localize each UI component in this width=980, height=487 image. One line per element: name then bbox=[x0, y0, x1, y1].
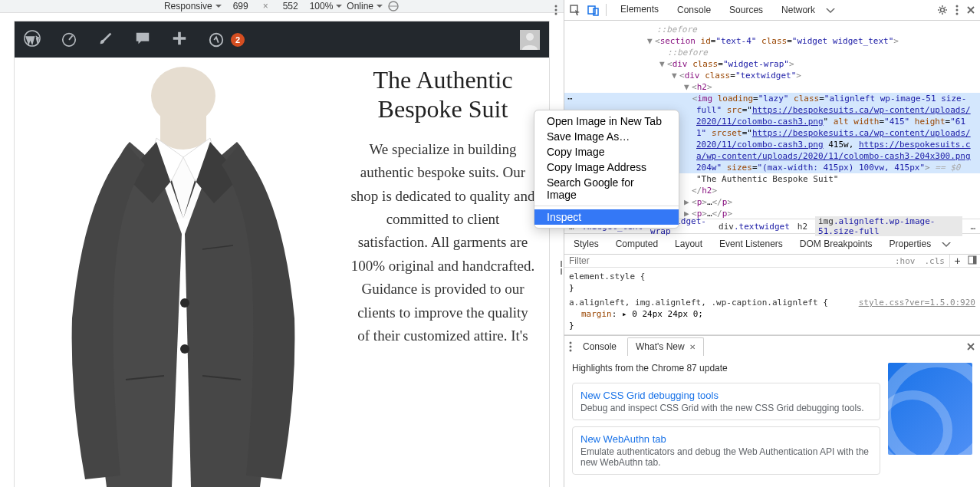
notification-badge[interactable]: 2 bbox=[231, 33, 245, 47]
zoom-label: 100% bbox=[310, 1, 334, 12]
network-select[interactable]: Online bbox=[347, 1, 383, 12]
context-menu-item[interactable]: Open Image in New Tab bbox=[534, 114, 679, 129]
context-menu: Open Image in New Tab Save Image As… Cop… bbox=[534, 110, 679, 229]
breadcrumb-item[interactable]: h2 bbox=[797, 222, 807, 232]
more-options-button[interactable] bbox=[554, 5, 557, 15]
device-mode-label: Responsive bbox=[164, 1, 212, 12]
subtab-properties[interactable]: Properties bbox=[883, 234, 938, 255]
dom-text-node: "The Authentic Bespoke Suit" bbox=[696, 174, 838, 184]
device-toggle-icon[interactable] bbox=[587, 4, 600, 16]
viewport-height-input[interactable] bbox=[276, 1, 305, 12]
whats-new-card[interactable]: New WebAuthn tab Emulate authenticators … bbox=[572, 426, 880, 475]
context-menu-item[interactable]: Search Google for Image bbox=[534, 175, 679, 202]
styles-pane[interactable]: element.style { } style.css?ver=1.5.0:92… bbox=[564, 268, 980, 335]
kebab-icon bbox=[554, 5, 557, 15]
svg-point-5 bbox=[63, 34, 76, 47]
zoom-select[interactable]: 100% bbox=[310, 1, 343, 12]
svg-point-8 bbox=[526, 33, 534, 41]
product-image[interactable] bbox=[22, 65, 344, 487]
network-label: Online bbox=[347, 1, 373, 12]
subtab-layout[interactable]: Layout bbox=[669, 234, 709, 255]
tab-network[interactable]: Network bbox=[774, 0, 823, 21]
dashboard-icon[interactable] bbox=[61, 30, 77, 49]
card-desc: Debug and inspect CSS Grid with the new … bbox=[580, 403, 872, 413]
svg-rect-20 bbox=[973, 256, 976, 264]
close-icon[interactable] bbox=[966, 5, 975, 15]
subtab-computed[interactable]: Computed bbox=[610, 234, 664, 255]
drawer-headline: Highlights from the Chrome 87 update bbox=[572, 363, 880, 373]
svg-point-23 bbox=[570, 349, 572, 351]
card-desc: Emulate authenticators and debug the Web… bbox=[580, 446, 872, 468]
panel-toggle-icon[interactable] bbox=[965, 255, 980, 267]
svg-point-11 bbox=[180, 344, 189, 354]
cls-toggle[interactable]: .cls bbox=[920, 256, 950, 266]
svg-point-16 bbox=[956, 5, 959, 8]
page-paragraph: We specialize in building authentic besp… bbox=[350, 138, 535, 348]
close-icon[interactable]: ✕ bbox=[689, 343, 696, 351]
card-title: New WebAuthn tab bbox=[580, 433, 872, 445]
drawer: Console What's New✕ Highlights from the … bbox=[564, 335, 980, 487]
breadcrumb-item[interactable]: div.textwidget bbox=[719, 222, 790, 232]
kebab-icon[interactable] bbox=[955, 5, 959, 15]
chevron-down-icon bbox=[336, 3, 342, 9]
viewport-width-input[interactable] bbox=[226, 1, 255, 12]
breadcrumb-more[interactable]: … bbox=[970, 222, 975, 232]
context-menu-item[interactable]: Copy Image bbox=[534, 144, 679, 160]
context-menu-item[interactable]: Save Image As… bbox=[534, 129, 679, 144]
svg-point-1 bbox=[555, 5, 557, 8]
subtab-event-listeners[interactable]: Event Listeners bbox=[713, 234, 789, 255]
dom-pseudo: ::before bbox=[656, 25, 697, 35]
drawer-illustration bbox=[888, 363, 972, 455]
svg-point-15 bbox=[941, 8, 945, 12]
devtools-panel: Elements Console Sources Network ::befor… bbox=[564, 0, 980, 487]
tab-console[interactable]: Console bbox=[669, 0, 719, 21]
settings-icon[interactable] bbox=[937, 5, 948, 15]
svg-point-17 bbox=[956, 9, 959, 12]
svg-point-22 bbox=[570, 345, 572, 347]
context-menu-item[interactable]: Copy Image Address bbox=[534, 160, 679, 175]
dom-pseudo: ::before bbox=[667, 48, 708, 58]
svg-point-10 bbox=[180, 298, 189, 308]
chevron-down-icon bbox=[215, 3, 222, 9]
subtab-styles[interactable]: Styles bbox=[567, 234, 605, 255]
device-frame: 2 bbox=[14, 21, 550, 487]
more-tabs-icon[interactable] bbox=[826, 5, 835, 15]
rotate-icon[interactable] bbox=[387, 0, 400, 12]
inspect-element-icon[interactable] bbox=[569, 4, 581, 16]
drawer-tab-whats-new[interactable]: What's New✕ bbox=[627, 337, 704, 356]
user-avatar[interactable] bbox=[520, 30, 540, 50]
svg-point-3 bbox=[555, 13, 557, 15]
tab-sources[interactable]: Sources bbox=[722, 0, 771, 21]
chevron-down-icon bbox=[377, 3, 383, 9]
wordpress-icon[interactable] bbox=[24, 30, 41, 49]
customize-icon[interactable] bbox=[97, 30, 114, 49]
dimension-separator: × bbox=[263, 1, 268, 12]
comments-icon[interactable] bbox=[134, 30, 151, 49]
add-new-icon[interactable] bbox=[171, 30, 188, 49]
whats-new-card[interactable]: New CSS Grid debugging tools Debug and i… bbox=[572, 383, 880, 420]
svg-point-18 bbox=[956, 13, 959, 15]
kebab-icon[interactable] bbox=[569, 341, 572, 352]
more-subtabs-icon[interactable] bbox=[942, 239, 951, 248]
svg-point-21 bbox=[570, 341, 572, 344]
stylesheet-link[interactable]: style.css?ver=1.5.0:920 bbox=[859, 297, 975, 308]
hov-toggle[interactable]: :hov bbox=[890, 256, 920, 266]
subtab-dom-breakpoints[interactable]: DOM Breakpoints bbox=[794, 234, 879, 255]
seo-icon[interactable] bbox=[208, 31, 225, 48]
panel-resize-handle[interactable] bbox=[558, 261, 564, 275]
drawer-tab-console[interactable]: Console bbox=[575, 337, 624, 356]
page-heading: The Authentic Bespoke Suit bbox=[350, 65, 535, 124]
tab-elements[interactable]: Elements bbox=[613, 0, 666, 21]
styles-filter-input[interactable] bbox=[564, 255, 890, 266]
wp-admin-bar: 2 bbox=[15, 21, 549, 58]
card-title: New CSS Grid debugging tools bbox=[580, 390, 872, 401]
svg-point-2 bbox=[555, 9, 557, 12]
context-menu-item-selected[interactable]: Inspect bbox=[534, 209, 679, 225]
close-icon[interactable] bbox=[966, 342, 975, 351]
svg-point-6 bbox=[210, 33, 223, 46]
add-rule-button[interactable]: + bbox=[949, 255, 965, 267]
device-select[interactable]: Responsive bbox=[164, 1, 222, 12]
